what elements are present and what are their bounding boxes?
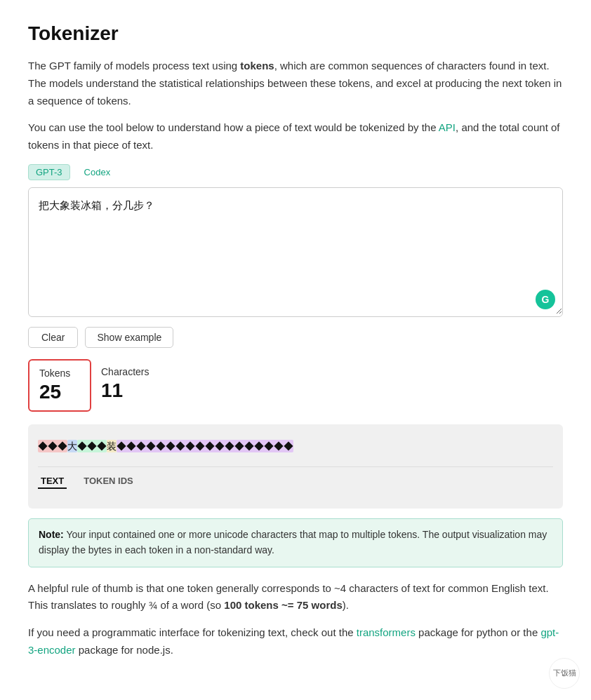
token-1: ◆◆◆: [38, 440, 67, 452]
stats-row: Tokens 25 Characters 11: [28, 359, 563, 412]
characters-label: Characters: [101, 366, 149, 377]
body-paragraph-1: A helpful rule of thumb is that one toke…: [28, 580, 563, 615]
view-tabs: TEXT TOKEN IDS: [38, 466, 553, 496]
token-3: ◆◆◆: [77, 440, 107, 452]
token-visualization: ◆◆◆大◆◆◆装◆◆◆◆◆◆◆◆◆◆◆◆◆◆◆◆◆◆ TEXT TOKEN ID…: [28, 424, 563, 509]
note-label: Note:: [39, 529, 64, 540]
intro-paragraph-2: You can use the tool below to understand…: [28, 119, 563, 154]
intro-paragraph-1: The GPT family of models process text us…: [28, 58, 563, 109]
tokens-stat: Tokens 25: [28, 359, 91, 412]
body-paragraph-2: If you need a programmatic interface for…: [28, 624, 563, 659]
api-link[interactable]: API: [439, 121, 456, 133]
token-5: ◆◆◆◆◆◆◆◆◆◆◆◆◆◆◆◆◆◆: [117, 440, 293, 452]
tab-gpt3[interactable]: GPT-3: [28, 164, 70, 180]
show-example-button[interactable]: Show example: [85, 327, 173, 348]
tokens-label: Tokens: [39, 368, 76, 379]
token-4: 装: [107, 440, 117, 452]
clear-button[interactable]: Clear: [28, 327, 78, 348]
tab-token-ids[interactable]: TOKEN IDS: [81, 474, 136, 489]
grammarly-icon: G: [536, 290, 555, 309]
transformers-link[interactable]: transformers: [357, 626, 416, 638]
model-tabs: GPT-3 Codex: [28, 164, 563, 180]
tab-text[interactable]: TEXT: [38, 474, 67, 489]
characters-stat: Characters 11: [91, 359, 163, 410]
note-box: Note: Your input contained one or more u…: [28, 518, 563, 567]
text-input[interactable]: [29, 188, 562, 314]
note-text: Your input contained one or more unicode…: [39, 529, 547, 556]
characters-value: 11: [101, 379, 149, 403]
page-title: Tokenizer: [28, 22, 563, 45]
token-2: 大: [67, 440, 77, 452]
action-buttons: Clear Show example: [28, 327, 563, 348]
tab-codex[interactable]: Codex: [77, 165, 118, 180]
watermark: 下饭猫: [549, 658, 580, 689]
token-text-display: ◆◆◆大◆◆◆装◆◆◆◆◆◆◆◆◆◆◆◆◆◆◆◆◆◆: [38, 436, 553, 457]
text-input-wrapper: G: [28, 187, 563, 317]
tokens-value: 25: [39, 380, 76, 404]
